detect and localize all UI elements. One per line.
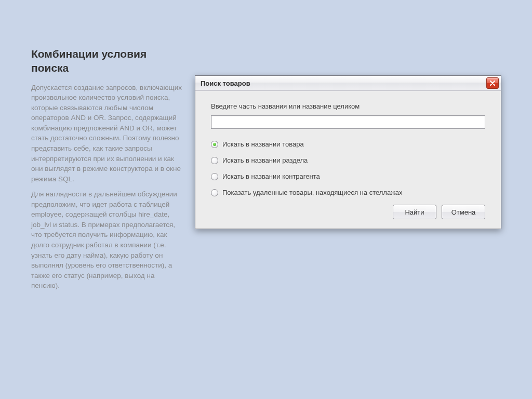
body-paragraph-1: Допускается создание запросов, включающи… [31, 83, 184, 184]
search-dialog: Поиск товаров Введите часть названия или… [195, 75, 501, 229]
option-label: Искать в названии контрагента [222, 172, 320, 180]
cancel-button[interactable]: Отмена [442, 205, 485, 219]
option-label: Искать в названии товара [222, 140, 304, 148]
input-prompt: Введите часть названия или название цели… [211, 102, 485, 110]
close-button[interactable] [486, 77, 499, 89]
radio-icon [211, 189, 218, 196]
close-icon [490, 81, 495, 86]
option-label: Показать удаленные товары, находящиеся н… [222, 189, 403, 196]
body-paragraph-2: Для наглядности в дальнейшем обсуждении … [31, 189, 184, 291]
option-search-product-name[interactable]: Искать в названии товара [211, 140, 485, 148]
radio-icon [211, 157, 218, 164]
search-input[interactable] [211, 115, 485, 129]
option-label: Искать в названии раздела [222, 156, 308, 164]
titlebar[interactable]: Поиск товаров [195, 75, 501, 91]
dialog-client-area: Введите часть названия или название цели… [195, 91, 501, 229]
radio-icon [211, 173, 218, 180]
page-heading: Комбинации условия поиска [31, 47, 184, 75]
dialog-title: Поиск товаров [201, 79, 486, 87]
option-search-section-name[interactable]: Искать в названии раздела [211, 156, 485, 164]
option-search-contractor-name[interactable]: Искать в названии контрагента [211, 172, 485, 180]
radio-icon [211, 141, 218, 148]
option-show-deleted-on-shelves[interactable]: Показать удаленные товары, находящиеся н… [211, 189, 485, 196]
find-button[interactable]: Найти [393, 205, 436, 219]
button-row: Найти Отмена [211, 205, 485, 219]
